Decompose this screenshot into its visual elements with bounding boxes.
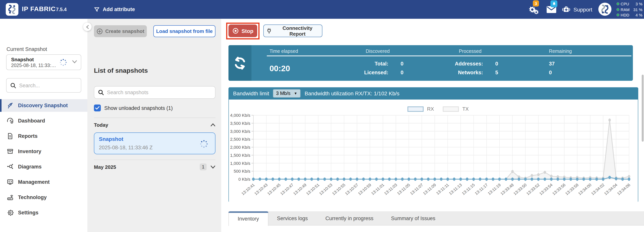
svg-text:13:11:17: 13:11:17 (474, 182, 488, 196)
tab-label: Services logs (277, 215, 308, 221)
bandwidth-limit-select[interactable]: 3 Mb/s ▼ (273, 89, 300, 98)
banner-column-header: Remaining (549, 49, 572, 54)
sidebar-item-label: Technology (18, 195, 47, 200)
sidebar-item-dashboard[interactable]: Dashboard (0, 114, 88, 127)
bottom-tabstrip: InventoryServices logsCurrently in progr… (228, 211, 644, 226)
sidebar-item-technology[interactable]: Technology (0, 191, 88, 204)
svg-text:13:11:03: 13:11:03 (383, 182, 398, 196)
sidebar: Current Snapshot Snapshot 2025-08-18, 11… (0, 19, 88, 232)
svg-text:13:10:55: 13:10:55 (331, 182, 346, 196)
refresh-sync-icon (228, 45, 252, 81)
plus-circle-icon (96, 28, 102, 34)
vertical-scrollbar-thumb[interactable] (642, 75, 644, 142)
sidebar-item-inventory[interactable]: Inventory (0, 145, 88, 158)
svg-text:13:10:57: 13:10:57 (344, 182, 359, 196)
svg-text:13:10:53: 13:10:53 (318, 182, 333, 196)
sidebar-nav: Discovery Snapshot Dashboard Reports Inv… (0, 99, 88, 222)
app-viewport: IP FABRIC 7.5.4 Add attribute 3 (0, 0, 644, 232)
brand-version: 7.5.4 (56, 7, 67, 12)
svg-text:13:11:09: 13:11:09 (422, 182, 437, 196)
connectivity-report-button[interactable]: Connectivity Report (263, 24, 322, 37)
archive-icon (6, 148, 14, 155)
network-icon (6, 163, 14, 170)
search-icon (98, 90, 104, 95)
sidebar-search-placeholder: Search... (19, 82, 40, 88)
loading-spinner-icon (200, 140, 208, 148)
svg-text:0 Kb/s: 0 Kb/s (238, 177, 250, 182)
checkbox-checked-icon[interactable] (94, 105, 101, 111)
group-label: May 2025 (94, 164, 200, 170)
tab-currently-in-progress[interactable]: Currently in progress (317, 211, 382, 225)
sidebar-item-settings[interactable]: Settings (0, 206, 88, 219)
messages-envelope-icon[interactable] (547, 0, 556, 19)
bandwidth-limit-value: 3 Mb/s (276, 91, 290, 96)
legend-tx-swatch[interactable] (443, 106, 459, 112)
sidebar-item-management[interactable]: Management (0, 176, 88, 188)
sidebar-item-label: Reports (18, 133, 38, 139)
status-dot-icon (616, 8, 620, 11)
tab-services-logs[interactable]: Services logs (268, 211, 317, 225)
show-unloaded-checkbox-row[interactable]: Show unloaded snapshots (1) (94, 105, 173, 111)
brand-name: IP FABRIC (22, 5, 56, 13)
tab-label: Summary of Issues (391, 215, 435, 221)
gear-badge-count: 3 (533, 0, 539, 6)
bandwidth-limit-label: Bandwidth limit (233, 90, 269, 96)
svg-text:1,000 Kb/s: 1,000 Kb/s (230, 161, 250, 166)
snapshot-card-name: Snapshot (99, 136, 124, 142)
svg-text:4,000 Kb/s: 4,000 Kb/s (230, 113, 250, 118)
snapshot-card[interactable]: Snapshot 2025-08-18, 11:33:46 Z (94, 132, 216, 154)
svg-text:13:10:59: 13:10:59 (357, 182, 372, 196)
collapse-panel-button[interactable] (83, 22, 92, 31)
sidebar-item-label: Diagrams (18, 164, 42, 170)
banner-stat-value: 0 (400, 70, 404, 75)
tab-summary-of-issues[interactable]: Summary of Issues (382, 211, 444, 225)
ipfabric-logo-icon[interactable] (6, 3, 18, 16)
banner-stat-label: Addresses: (455, 61, 483, 67)
svg-text:3,000 Kb/s: 3,000 Kb/s (230, 129, 250, 134)
sidebar-item-label: Management (18, 179, 50, 185)
current-snapshot-label: Current Snapshot (6, 46, 47, 52)
svg-text:13:34:06: 13:34:06 (616, 182, 631, 196)
gear-icon (6, 209, 14, 216)
sidebar-item-discovery-snapshot[interactable]: Discovery Snapshot (0, 99, 88, 112)
legend-rx-swatch[interactable] (408, 106, 424, 112)
snapshot-selector[interactable]: Snapshot 2025-08-18, 11:33:… (6, 54, 81, 70)
sidebar-item-label: Dashboard (18, 118, 45, 124)
snapshot-group-header[interactable]: Today (94, 118, 216, 132)
group-label: Today (94, 122, 210, 128)
support-button[interactable]: Support (562, 0, 592, 19)
snapshot-selector-date: 2025-08-18, 11:33:… (11, 63, 56, 68)
stat-row: RAM 31 % (616, 7, 642, 12)
banner-remaining-value: 37 (549, 61, 555, 67)
show-unloaded-label: Show unloaded snapshots (1) (104, 105, 173, 111)
system-stats: CPU 3 % RAM 31 % HDD 4 % (616, 1, 642, 18)
snapshots-search-input[interactable]: Search snapshots (94, 86, 216, 99)
sidebar-item-reports[interactable]: Reports (0, 130, 88, 142)
svg-text:1,500 Kb/s: 1,500 Kb/s (230, 153, 250, 158)
create-snapshot-button[interactable]: Create snapshot (94, 25, 147, 37)
svg-text:13:11:07: 13:11:07 (409, 182, 424, 196)
legend-rx-label: RX (427, 106, 434, 112)
svg-text:2,500 Kb/s: 2,500 Kb/s (230, 137, 250, 142)
svg-text:13:34:04: 13:34:04 (603, 182, 618, 196)
banner-column-header: Time elapsed (270, 49, 298, 54)
tab-label: Inventory (238, 216, 259, 222)
chevron-down-icon (210, 165, 216, 169)
snapshot-group-header[interactable]: May 20251 (94, 160, 216, 174)
group-count-badge: 1 (200, 164, 206, 170)
svg-text:13:10:45: 13:10:45 (266, 182, 281, 196)
sidebar-item-diagrams[interactable]: Diagrams (0, 160, 88, 173)
stat-value: 4 % (636, 13, 642, 17)
snapshots-search-placeholder: Search snapshots (107, 90, 148, 95)
user-avatar[interactable] (598, 3, 612, 16)
load-snapshot-from-file-button[interactable]: Load snapshot from file (153, 25, 216, 37)
svg-text:500 Kb/s: 500 Kb/s (234, 169, 250, 174)
tab-inventory[interactable]: Inventory (228, 211, 268, 226)
sidebar-search-input[interactable]: Search... (6, 78, 81, 93)
svg-text:13:11:13: 13:11:13 (448, 182, 463, 196)
chevron-up-icon (210, 123, 216, 127)
automation-gears-icon[interactable]: 3 (528, 0, 538, 19)
plug-icon (266, 27, 272, 34)
add-attribute-button[interactable]: Add attribute (94, 4, 135, 14)
add-attribute-label: Add attribute (103, 6, 135, 12)
